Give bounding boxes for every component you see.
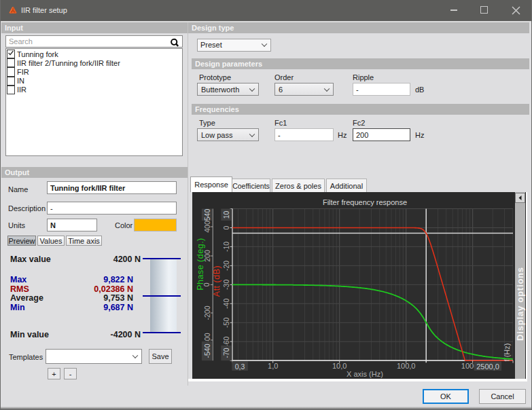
svg-text:Att (dB): Att (dB) (212, 265, 221, 297)
svg-text:2500,0: 2500,0 (476, 362, 499, 371)
svg-text:Phase (deg.): Phase (deg.) (196, 238, 205, 291)
svg-text:540: 540 (203, 209, 211, 221)
svg-text:Filter frequency response: Filter frequency response (323, 198, 407, 206)
svg-text:f (Hz): f (Hz) (503, 343, 511, 362)
svg-text:X axis (Hz): X axis (Hz) (347, 370, 383, 378)
svg-text:-200: -200 (203, 305, 211, 320)
svg-text:-70: -70 (222, 348, 230, 358)
svg-text:-50: -50 (222, 318, 230, 328)
svg-text:1,0: 1,0 (268, 362, 278, 370)
svg-text:-60: -60 (222, 336, 230, 346)
svg-text:0: 0 (222, 225, 230, 229)
svg-text:-30: -30 (222, 280, 230, 290)
svg-text:-10: -10 (222, 242, 230, 252)
svg-text:10,0: 10,0 (332, 362, 347, 370)
svg-text:10: 10 (222, 211, 230, 219)
svg-text:100,0: 100,0 (397, 362, 416, 370)
svg-text:-540: -540 (203, 343, 211, 358)
svg-text:400: 400 (203, 221, 211, 233)
svg-text:0,3: 0,3 (235, 362, 245, 371)
svg-text:-20: -20 (222, 261, 230, 271)
svg-text:-40: -40 (222, 299, 230, 309)
